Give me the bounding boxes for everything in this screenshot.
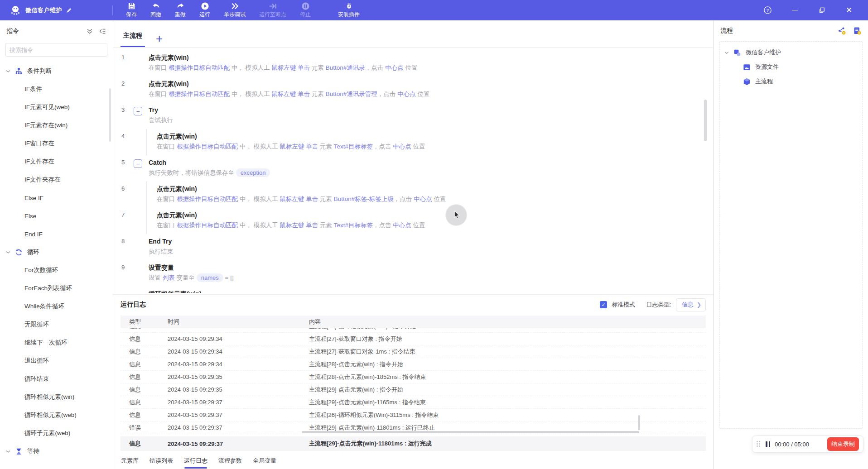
param-link[interactable]: 列表 [163,274,175,281]
edit-title-icon[interactable] [66,7,72,14]
log-vertical-scrollbar[interactable] [638,415,640,430]
param-link[interactable]: 中心点 [393,222,411,229]
sidebar-command-item[interactable]: 无限循环 [0,316,113,334]
install-plugin-button[interactable]: 安装插件 [331,0,366,20]
param-link[interactable]: Text#目标标签 [334,222,373,229]
tree-node-resources[interactable]: 资源文件 [723,60,859,74]
sidebar-group-wait[interactable]: 等待 [0,442,113,460]
step-debug-button[interactable]: 单步调试 [217,0,252,20]
restore-button[interactable] [817,6,826,15]
flow-step[interactable]: 2 − 点击元素(win) 在窗口 根据操作目标自动匹配 中， 模拟人工 鼠标左… [113,77,713,103]
drag-handle-icon[interactable] [757,441,761,448]
bottom-tab-流程参数[interactable]: 流程参数 [218,457,242,465]
flow-step[interactable]: 5 − Catch 执行失败时，将错误信息保存至 exception [113,155,713,182]
search-input[interactable] [10,47,103,53]
sidebar-command-item[interactable]: While条件循环 [0,297,113,316]
sidebar-command-item[interactable]: IF文件存在 [0,153,113,171]
run-button[interactable]: 运行 [193,0,217,20]
collapse-panel-icon[interactable] [99,28,106,35]
log-horizontal-scrollbar[interactable] [302,431,639,433]
param-link[interactable]: 根据操作目标自动匹配 [177,222,238,229]
sidebar-command-item[interactable]: 循环子元素(web) [0,424,113,442]
log-row[interactable]: 信息 2024-03-15 09:29:34 主流程[26]-循环相似元素(Wi… [121,328,706,333]
log-row[interactable]: 信息 2024-03-15 09:29:34 主流程[28]-点击元素(win)… [121,358,706,371]
collapse-block-button[interactable]: − [134,159,142,168]
flow-step[interactable]: 1 − 点击元素(win) 在窗口 根据操作目标自动匹配 中， 模拟人工 鼠标左… [113,50,713,77]
flow-step[interactable]: 3 − Try 尝试执行 [113,103,713,129]
param-link[interactable]: 根据操作目标自动匹配 [177,143,238,150]
stop-recording-button[interactable]: 结束录制 [827,437,859,451]
sidebar-group-loops[interactable]: 循环 [0,243,113,261]
log-row[interactable]: 信息 2024-03-15 09:29:35 主流程[28]-点击元素(win)… [121,371,706,383]
sidebar-command-item[interactable]: IF文件夹存在 [0,171,113,189]
tree-node-main-flow[interactable]: 主流程 [723,74,859,89]
param-link[interactable]: 中心点 [393,143,411,150]
bottom-tab-元素库[interactable]: 元素库 [121,457,139,465]
sidebar-command-item[interactable]: IF条件 [0,80,113,98]
flow-step[interactable]: 4 − 点击元素(win) 在窗口 根据操作目标自动匹配 中， 模拟人工 鼠标左… [113,129,713,155]
add-tab-button[interactable]: + [145,33,163,47]
param-link[interactable]: 根据操作目标自动匹配 [169,64,230,71]
log-row[interactable]: 信息 2024-03-15 09:29:34 主流程[27]-获取窗口对象-1m… [121,345,706,358]
param-link[interactable]: Button#通讯录 [326,64,365,71]
save-button[interactable]: 保存 [119,0,144,20]
bottom-tab-错误列表[interactable]: 错误列表 [149,457,173,465]
param-link[interactable]: 鼠标左键 单击 [280,222,318,229]
param-link[interactable]: Button#通讯录管理 [326,91,377,97]
tab-main-flow[interactable]: 主流程 [121,32,145,47]
sidebar-command-item[interactable]: For次数循环 [0,261,113,279]
variable-pill[interactable]: exception [236,168,270,177]
param-link[interactable]: 鼠标左键 单击 [272,64,310,71]
sidebar-group-conditions[interactable]: 条件判断 [0,62,113,80]
log-row[interactable]: 信息 2024-03-15 09:29:37 主流程[29]-点击元素(win)… [121,396,706,409]
sidebar-command-item[interactable]: IF元素可见(web) [0,98,113,116]
sidebar-command-item[interactable]: End IF [0,225,113,243]
sidebar-scrollbar[interactable] [109,88,111,142]
log-row-latest[interactable]: 信息2024-03-15 09:29:37主流程[29]-点击元素(win)-1… [121,436,706,451]
param-link[interactable]: Button#标签-标签上级 [334,196,394,202]
sidebar-command-item[interactable]: IF元素存在(win) [0,116,113,134]
add-resource-icon[interactable] [853,26,862,35]
sidebar-command-item[interactable]: 继续下一次循环 [0,334,113,352]
collapse-block-button[interactable]: − [134,107,142,115]
sidebar-command-item[interactable]: Else [0,207,113,225]
sidebar-command-item[interactable]: ForEach列表循环 [0,279,113,297]
flow-step[interactable]: − 循环相似元素(win) [113,287,713,293]
param-link[interactable]: 鼠标左键 单击 [272,91,310,97]
help-button[interactable]: ? [763,6,772,15]
chevron-down-icon[interactable] [724,51,729,54]
close-button[interactable]: ✕ [844,6,854,15]
param-link[interactable]: Text#目标标签 [334,143,373,150]
flow-step[interactable]: 9 − 设置变量 设置 列表 变量至 names = [] [113,260,713,287]
param-link[interactable]: 中心点 [397,91,416,97]
flow-scrollbar[interactable] [704,100,707,141]
minimize-button[interactable] [790,6,799,15]
sidebar-command-item[interactable]: 循环相似元素(win) [0,388,113,406]
variable-pill[interactable]: names [197,273,223,282]
pause-recording-button[interactable] [766,441,770,447]
param-link[interactable]: 中心点 [414,196,432,202]
standard-mode-checkbox[interactable]: ✓ [600,301,607,308]
log-row[interactable]: 信息 2024-03-15 09:29:37 主流程[26]-循环相似元素(Wi… [121,409,706,421]
sidebar-command-item[interactable]: 循环相似元素(web) [0,406,113,424]
sidebar-command-item[interactable]: IF窗口存在 [0,134,113,153]
param-link[interactable]: 鼠标左键 单击 [280,143,318,150]
log-row[interactable]: 信息 2024-03-15 09:29:34 主流程[27]-获取窗口对象 : … [121,333,706,345]
undo-button[interactable]: 回撤 [144,0,168,20]
bottom-tab-运行日志[interactable]: 运行日志 [184,457,207,465]
log-type-select[interactable]: 信息 ❯ [676,298,706,311]
param-link[interactable]: 中心点 [385,64,404,71]
flow-step[interactable]: 6 − 点击元素(win) 在窗口 根据操作目标自动匹配 中， 模拟人工 鼠标左… [113,182,713,208]
add-subflow-icon[interactable] [837,26,846,35]
tree-node-project[interactable]: 微信客户维护 [723,45,859,60]
flow-step[interactable]: 7 − 点击元素(win) 在窗口 根据操作目标自动匹配 中， 模拟人工 鼠标左… [113,208,713,234]
sidebar-command-item[interactable]: Else IF [0,189,113,207]
sidebar-command-item[interactable]: 循环结束 [0,370,113,388]
param-link[interactable]: 根据操作目标自动匹配 [177,196,238,202]
bottom-tab-全局变量[interactable]: 全局变量 [253,457,276,465]
log-row[interactable]: 信息 2024-03-15 09:29:35 主流程[29]-点击元素(win)… [121,383,706,396]
param-link[interactable]: 鼠标左键 单击 [280,196,318,202]
flow-step[interactable]: 8 − End Try 执行结束 [113,234,713,260]
param-link[interactable]: 根据操作目标自动匹配 [169,91,230,97]
sidebar-command-item[interactable]: 退出循环 [0,352,113,370]
